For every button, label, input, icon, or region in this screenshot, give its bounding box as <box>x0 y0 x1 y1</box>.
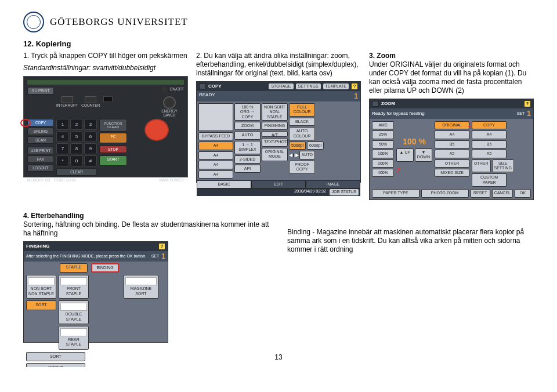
help-button[interactable]: ? <box>158 243 165 250</box>
rear-staple-button[interactable]: REAR STAPLE <box>59 326 89 350</box>
finishing-button[interactable]: FINISHING <box>262 122 288 130</box>
big-copy-button[interactable] <box>144 119 169 141</box>
twosided-button[interactable]: 2-SIDED <box>234 155 261 164</box>
originalmode-button[interactable]: ORIGINAL MODE <box>262 148 288 161</box>
zoom-button[interactable]: ZOOM <box>234 122 261 130</box>
counter-button[interactable] <box>85 96 96 103</box>
usb-print-button[interactable]: USB PRINT <box>27 147 54 154</box>
copy-title: COPY <box>208 84 222 89</box>
sort-button[interactable]: SORT <box>26 352 85 361</box>
zoom-title: ZOOM <box>381 101 395 107</box>
gu-print-button[interactable]: GU PRINT <box>27 87 54 95</box>
copy-header: COPY <box>472 121 507 129</box>
fc-button[interactable]: FC <box>99 133 127 143</box>
proof-button[interactable]: PROOF COPY <box>289 161 315 174</box>
help-button[interactable]: ? <box>524 100 531 107</box>
textphoto-button[interactable]: TEXT/PHOTO <box>262 138 288 146</box>
front-staple-button[interactable]: FRONT STAPLE <box>59 275 89 299</box>
dpi500-button[interactable]: 500dpi <box>289 141 306 150</box>
fullcolour-button[interactable]: FULL COLOUR <box>289 103 315 117</box>
step4-text: Sortering, häftning och binding. De fles… <box>23 220 269 237</box>
tray-btn-4[interactable]: A4 <box>198 170 233 179</box>
printer-control-panel: GU PRINT ON/OFF INTERRUPT <box>23 76 188 177</box>
logout-button[interactable]: LOGOUT <box>27 164 54 172</box>
magazine-sort-button[interactable]: MAGAZINE SORT <box>124 275 158 299</box>
help-button[interactable]: ? <box>351 83 358 90</box>
mixed-size-button[interactable]: MIXED SIZE <box>435 169 469 177</box>
section-title: 12. Kopiering <box>23 39 534 48</box>
preset-400[interactable]: 400% <box>372 169 394 177</box>
settings-button[interactable]: SETTINGS <box>296 84 321 89</box>
preset-25[interactable]: 25% <box>372 130 394 139</box>
storage-button[interactable]: STORAGE <box>269 84 293 89</box>
ok-button[interactable]: OK <box>515 189 531 197</box>
copy-screen: COPY STORAGE SETTINGS TEMPLATE ? READY 1… <box>196 81 361 183</box>
staple-tab[interactable]: STAPLE <box>60 263 88 273</box>
function-clear-button[interactable]: FUNCTION CLEAR <box>99 119 127 132</box>
template-button[interactable]: TEMPLATE <box>323 84 349 89</box>
bypass-button[interactable]: BYPASS FEED <box>198 132 233 140</box>
cancel-button[interactable]: CANCEL <box>492 189 513 197</box>
copy-count: 1 <box>354 92 358 100</box>
orig-a5[interactable]: A5 <box>435 150 469 158</box>
interrupt-button[interactable] <box>62 96 73 103</box>
density-auto-button[interactable]: AUTO <box>299 151 315 159</box>
copy-a4[interactable]: A4 <box>472 130 507 139</box>
api-button[interactable]: API <box>234 165 261 173</box>
tab-edit[interactable]: EDIT <box>251 180 306 188</box>
nonsort-nonstaple-button[interactable]: NON SORT NON STAPLE <box>26 275 56 299</box>
ratio-button[interactable]: 100 % ORG → COPY <box>234 103 261 121</box>
printer-preview-icon <box>198 103 233 131</box>
step1-subtitle: Standardinställningar: svartvitt/dubbels… <box>23 64 188 72</box>
preset-200[interactable]: 200% <box>372 159 394 168</box>
photo-zoom-button[interactable]: PHOTO ZOOM <box>421 189 469 197</box>
tab-image[interactable]: IMAGE <box>306 180 360 188</box>
orig-a4[interactable]: A4 <box>435 130 469 139</box>
copy-b5[interactable]: B5 <box>472 140 507 148</box>
group-button[interactable]: GROUP <box>26 363 85 367</box>
copy-highlight-icon <box>20 119 31 127</box>
simplex-button[interactable]: 1 → 1 SIMPLEX <box>234 141 261 154</box>
power-led-icon <box>161 87 167 93</box>
numeric-keypad[interactable]: 123 456 789 *0# <box>56 119 97 166</box>
nonsort-button[interactable]: NON SORT NON-STAPLE <box>262 103 288 121</box>
reset-button[interactable]: RESET <box>471 189 490 197</box>
tray-btn-1[interactable]: A4 <box>198 141 233 150</box>
autocolour-button[interactable]: AUTO COLOUR <box>289 127 315 140</box>
copy-a5[interactable]: A5 <box>472 150 507 158</box>
ams-button[interactable]: AMS <box>372 121 394 129</box>
dpi600-button[interactable]: 600dpi <box>307 141 324 150</box>
energy-saver-button[interactable] <box>163 96 176 109</box>
density-slider[interactable] <box>293 154 295 157</box>
start-button[interactable]: START <box>99 155 127 166</box>
double-staple-button[interactable]: DOUBLE STAPLE <box>59 300 89 324</box>
jobstatus-button[interactable]: JOB STATUS <box>330 189 359 195</box>
up-button[interactable]: ▲ UP <box>396 148 414 162</box>
auto-button[interactable]: AUTO <box>234 131 261 139</box>
fax-button[interactable]: FAX <box>27 155 54 163</box>
efiling-button[interactable]: eFILING <box>27 128 54 135</box>
tab-basic[interactable]: BASIC <box>197 180 251 188</box>
copy-button[interactable]: COPY <box>27 119 54 126</box>
binding-text: Binding - Magazine innebär att maskinen … <box>287 228 534 254</box>
clear-button[interactable]: CLEAR <box>56 168 97 176</box>
size-setting-button[interactable]: SIZE SETTING <box>492 159 514 173</box>
copy-other[interactable]: OTHER <box>472 159 491 173</box>
preset-50[interactable]: 50% <box>372 140 394 148</box>
energy-saver-label: ENERGY SAVER <box>155 109 184 117</box>
sort-tab-button[interactable]: SORT <box>26 300 56 310</box>
binding-tab[interactable]: BINDING <box>91 263 119 273</box>
orig-other[interactable]: OTHER <box>435 159 469 168</box>
custom-paper-button[interactable]: CUSTOM PAPER <box>472 173 507 187</box>
down-button[interactable]: ▼ DOWN <box>415 148 432 162</box>
orig-b5[interactable]: B5 <box>435 140 469 148</box>
paper-type-button[interactable]: PAPER TYPE <box>372 189 419 197</box>
step1-title: 1. Tryck på knappen COPY till höger om p… <box>23 52 188 60</box>
black-button[interactable]: BLACK <box>289 118 315 126</box>
preset-100[interactable]: 100% <box>372 150 394 158</box>
printer-icon <box>372 101 379 107</box>
tray-btn-3[interactable]: A4 <box>198 161 233 169</box>
stop-button[interactable]: STOP <box>99 146 127 153</box>
scan-button[interactable]: SCAN <box>27 136 54 144</box>
tray-btn-2[interactable]: A4 <box>198 151 233 159</box>
